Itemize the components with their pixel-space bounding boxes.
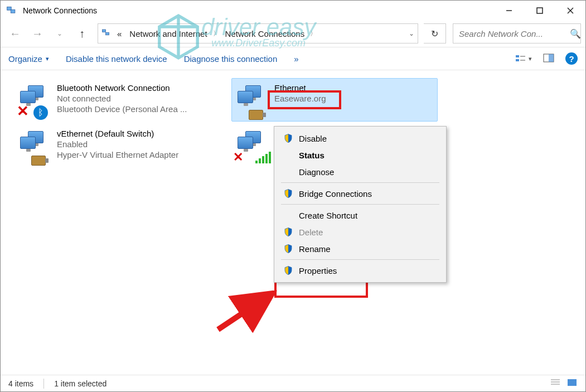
address-icon [101,28,112,40]
connection-status: Easeware.org [274,94,326,103]
status-bar: 4 items 1 item selected [1,375,585,391]
refresh-button[interactable]: ↻ [424,23,446,43]
connection-ethernet[interactable]: Ethernet Easeware.org [231,78,438,122]
command-bar: Organize▾ Disable this network device Di… [1,47,585,70]
signal-bars-icon [255,152,271,163]
recent-dropdown[interactable]: ⌄ [50,23,70,43]
context-menu: Disable Status Diagnose Bridge Connectio… [274,126,447,283]
ctx-status[interactable]: Status [275,147,445,163]
connection-name: vEthernet (Default Switch) [57,129,178,138]
ctx-delete: Delete [275,224,445,240]
shield-icon [283,227,293,237]
connection-name: Ethernet [274,83,326,93]
connection-status: Enabled [57,139,178,149]
ethernet-plug-icon [31,156,46,166]
chevron-right-icon[interactable]: 〉 [310,29,317,38]
svg-rect-13 [549,54,554,62]
connection-icon [235,83,269,117]
maximize-button[interactable] [524,1,555,20]
svg-line-14 [218,296,268,330]
ethernet-plug-icon [249,110,263,120]
close-button[interactable] [555,1,585,20]
connection-device: Hyper-V Virtual Ethernet Adapter [57,150,178,159]
ctx-disable[interactable]: Disable [275,130,445,147]
separator [281,259,439,260]
connection-vethernet[interactable]: vEthernet (Default Switch) Enabled Hyper… [14,124,220,167]
back-button[interactable]: ← [5,23,25,43]
disable-device-button[interactable]: Disable this network device [66,54,167,64]
ctx-create-shortcut[interactable]: Create Shortcut [275,207,445,224]
svg-rect-8 [516,55,519,57]
titlebar-icon [6,5,17,16]
separator [43,379,44,389]
diagnose-connection-button[interactable]: Diagnose this connection [184,54,278,64]
forward-button[interactable]: → [27,23,47,43]
window-title: Network Connections [23,6,493,15]
svg-rect-6 [103,30,106,32]
ctx-label: Delete [299,228,323,237]
item-count: 4 items [8,379,33,388]
connection-bluetooth[interactable]: ✕ ᛒ Bluetooth Network Connection Not con… [14,78,220,122]
svg-rect-1 [11,9,15,13]
chevron-down-icon: ▾ [46,55,49,62]
search-icon[interactable]: 🔍 [570,28,581,39]
ctx-bridge[interactable]: Bridge Connections [275,185,445,202]
ctx-label: Properties [299,266,337,275]
connection-icon: ✕ ᛒ [18,83,51,117]
shield-icon [283,244,293,254]
window-controls [493,1,585,20]
minimize-button[interactable] [493,1,524,20]
ctx-label: Rename [299,244,331,254]
svg-rect-9 [516,59,519,61]
address-dropdown-icon[interactable]: ⌄ [409,30,414,37]
bluetooth-icon: ᛒ [33,105,48,120]
separator [281,182,439,183]
shield-icon [283,188,293,199]
ctx-rename[interactable]: Rename [275,240,445,257]
connection-icon: ✕ [235,129,269,162]
navigation-row: ← → ⌄ ↑ « Network and Internet 〉 Network… [1,20,585,47]
shield-icon [283,133,293,143]
ctx-label: Disable [299,134,327,143]
ctx-properties[interactable]: Properties [275,262,445,279]
crumb-network-connections[interactable]: Network Connections [223,28,307,40]
search-input[interactable] [459,29,565,38]
toolbar-overflow[interactable]: » [294,54,298,64]
details-view-icon[interactable] [550,378,561,389]
ctx-label: Diagnose [299,167,334,177]
connection-device: Bluetooth Device (Personal Area ... [57,104,187,114]
svg-rect-3 [537,8,543,13]
crumb-prefix: « [115,28,124,40]
crumb-network-internet[interactable]: Network and Internet [127,28,209,40]
disconnected-icon: ✕ [233,150,243,164]
large-icons-view-icon[interactable] [566,378,578,389]
svg-rect-7 [106,32,109,35]
view-options-button[interactable]: ▾ [515,54,532,63]
shield-icon [283,265,293,275]
ctx-label: Status [299,151,325,160]
selection-count: 1 item selected [54,379,106,388]
help-icon[interactable]: ? [565,52,578,65]
address-bar[interactable]: « Network and Internet 〉 Network Connect… [98,23,418,43]
up-button[interactable]: ↑ [72,23,92,43]
connection-name: Bluetooth Network Connection [57,83,187,93]
ctx-label: Bridge Connections [299,189,372,199]
separator [281,204,439,205]
preview-pane-button[interactable] [543,54,554,64]
connection-status: Not connected [57,94,187,103]
annotation-arrow [212,291,279,335]
svg-rect-21 [568,379,577,386]
ctx-label: Create Shortcut [299,211,357,220]
organize-menu[interactable]: Organize▾ [8,54,49,64]
ctx-diagnose[interactable]: Diagnose [275,163,445,180]
disconnected-icon: ✕ [17,103,29,120]
connection-icon [18,129,51,162]
search-box[interactable]: 🔍 [453,23,581,43]
chevron-right-icon[interactable]: 〉 [213,29,220,38]
titlebar: Network Connections [1,1,585,20]
